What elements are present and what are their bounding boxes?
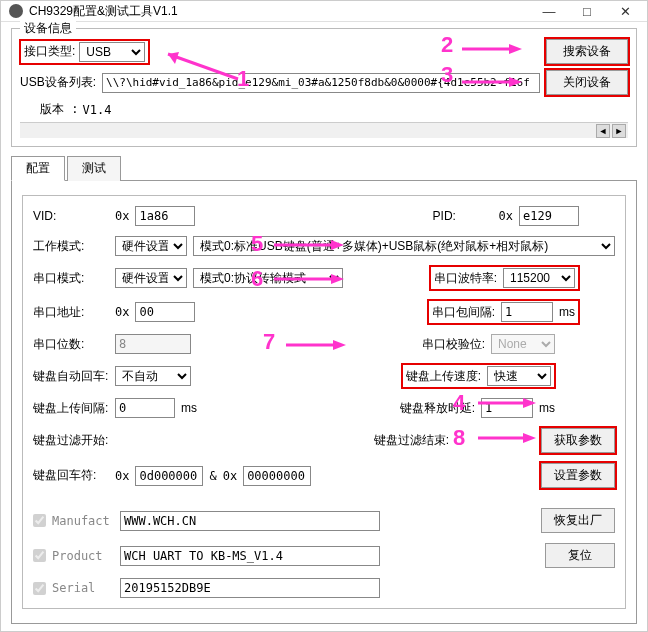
get-params-button[interactable]: 获取参数	[541, 428, 615, 453]
annotation-1: 1	[237, 66, 249, 92]
arrow-8	[473, 431, 541, 445]
work-mode-select[interactable]: 硬件设置	[115, 236, 187, 256]
manufact-checkbox	[33, 514, 46, 527]
search-device-button[interactable]: 搜索设备	[546, 39, 628, 64]
product-input[interactable]	[120, 546, 380, 566]
baud-select[interactable]: 115200	[503, 268, 575, 288]
kb-upint-unit: ms	[181, 401, 197, 415]
pkt-interval-input[interactable]	[501, 302, 553, 322]
kb-upint-label: 键盘上传间隔:	[33, 400, 109, 417]
kb-autocr-select[interactable]: 不自动	[115, 366, 191, 386]
kb-cr-prefix2: 0x	[223, 469, 237, 483]
arrow-5	[269, 238, 349, 252]
kb-cr-input2[interactable]	[243, 466, 311, 486]
baud-label: 串口波特率:	[434, 270, 497, 287]
kb-cr-prefix1: 0x	[115, 469, 129, 483]
annotation-3: 3	[441, 62, 453, 88]
annotation-6: 6	[251, 266, 263, 292]
version-value: V1.4	[82, 103, 111, 117]
product-label: Product	[52, 549, 114, 563]
titlebar: CH9329配置&测试工具V1.1 — □ ✕	[1, 1, 647, 22]
maximize-button[interactable]: □	[577, 1, 597, 21]
pid-label: PID:	[433, 209, 493, 223]
serial-parity-label: 串口校验位:	[422, 336, 485, 353]
manufact-label: Manufact	[52, 514, 114, 528]
window-title: CH9329配置&测试工具V1.1	[29, 3, 539, 20]
manufact-input[interactable]	[120, 511, 380, 531]
serial-bits-label: 串口位数:	[33, 336, 109, 353]
serial-label: Serial	[52, 581, 114, 595]
kb-upspeed-label: 键盘上传速度:	[406, 368, 481, 385]
set-params-button[interactable]: 设置参数	[541, 463, 615, 488]
tab-test[interactable]: 测试	[67, 156, 121, 181]
annotation-2: 2	[441, 32, 453, 58]
app-window: CH9329配置&测试工具V1.1 — □ ✕ 1 2 3 5 6 7 4 8 …	[0, 0, 648, 632]
reset-button[interactable]: 复位	[545, 543, 615, 568]
svg-marker-9	[331, 274, 344, 284]
arrow-3	[457, 75, 527, 89]
serial-addr-label: 串口地址:	[33, 304, 109, 321]
annotation-8: 8	[453, 425, 465, 451]
annotation-7: 7	[263, 329, 275, 355]
kb-upspeed-select[interactable]: 快速	[487, 366, 551, 386]
kb-cr-input1[interactable]	[135, 466, 203, 486]
serial-input[interactable]	[120, 578, 380, 598]
serial-addr-prefix: 0x	[115, 305, 129, 319]
arrow-2	[457, 42, 527, 56]
serial-mode-select[interactable]: 硬件设置	[115, 268, 187, 288]
work-mode-label: 工作模式:	[33, 238, 109, 255]
pkt-interval-label: 串口包间隔:	[432, 304, 495, 321]
usb-list-label: USB设备列表:	[20, 74, 96, 91]
close-window-button[interactable]: ✕	[615, 1, 635, 21]
kb-upint-input[interactable]	[115, 398, 175, 418]
iface-type-label: 接口类型:	[24, 43, 75, 60]
vid-label: VID:	[33, 209, 109, 223]
svg-marker-5	[509, 77, 522, 87]
device-info-group: 设备信息 接口类型: USB 搜索设备 USB设备列表: 关闭设备 版本 : V…	[11, 28, 637, 147]
svg-marker-7	[331, 240, 344, 250]
svg-marker-3	[509, 44, 522, 54]
arrow-7	[281, 338, 351, 352]
app-icon	[9, 4, 23, 18]
arrow-1	[153, 44, 243, 84]
scroll-right-icon[interactable]: ►	[612, 124, 626, 138]
annotation-4: 4	[453, 390, 465, 416]
annotation-5: 5	[251, 231, 263, 257]
scroll-left-icon[interactable]: ◄	[596, 124, 610, 138]
serial-checkbox	[33, 582, 46, 595]
svg-line-0	[168, 54, 238, 79]
content-area: 1 2 3 5 6 7 4 8 设备信息 接口类型: USB 搜索设备	[1, 22, 647, 632]
minimize-button[interactable]: —	[539, 1, 559, 21]
product-checkbox	[33, 549, 46, 562]
kb-filter-start-label: 键盘过滤开始:	[33, 432, 109, 449]
kb-cr-amp: &	[209, 469, 216, 483]
pkt-interval-unit: ms	[559, 305, 575, 319]
iface-type-select[interactable]: USB	[79, 42, 145, 62]
kb-autocr-label: 键盘自动回车:	[33, 368, 109, 385]
tab-config[interactable]: 配置	[11, 156, 65, 181]
scrollbar: ◄ ►	[20, 122, 628, 138]
pid-input[interactable]	[519, 206, 579, 226]
tabs: 配置 测试	[11, 155, 637, 181]
pid-prefix: 0x	[499, 209, 513, 223]
svg-marker-15	[523, 433, 536, 443]
kb-filter-end-label: 键盘过滤结束:	[374, 432, 449, 449]
vid-input[interactable]	[135, 206, 195, 226]
serial-bits-input	[115, 334, 191, 354]
serial-parity-select: None	[491, 334, 555, 354]
arrow-6	[269, 272, 349, 286]
svg-marker-11	[333, 340, 346, 350]
arrow-4	[473, 396, 541, 410]
svg-marker-13	[523, 398, 536, 408]
kb-cr-label: 键盘回车符:	[33, 467, 109, 484]
device-info-title: 设备信息	[20, 20, 76, 37]
serial-mode-label: 串口模式:	[33, 270, 109, 287]
serial-addr-input[interactable]	[135, 302, 195, 322]
close-device-button[interactable]: 关闭设备	[546, 70, 628, 95]
kb-reldelay-unit: ms	[539, 401, 555, 415]
restore-factory-button[interactable]: 恢复出厂	[541, 508, 615, 533]
vid-prefix: 0x	[115, 209, 129, 223]
version-label: 版本 :	[40, 101, 78, 118]
